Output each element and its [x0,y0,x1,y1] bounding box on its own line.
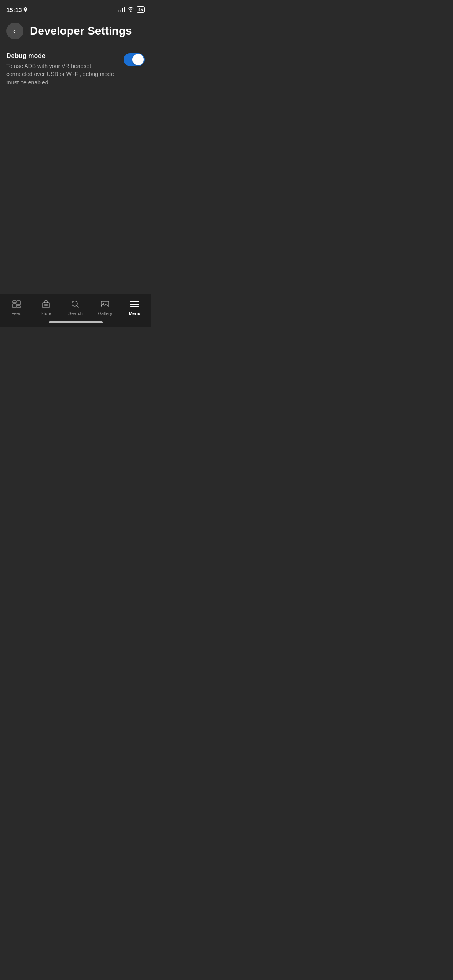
nav-item-search[interactable]: Search [63,297,87,319]
svg-rect-4 [43,303,49,308]
nav-item-store[interactable]: Store [34,297,58,319]
svg-rect-3 [17,306,20,308]
svg-line-7 [77,306,79,308]
search-label: Search [68,311,83,316]
signal-bars [118,7,125,12]
menu-label: Menu [129,311,141,316]
page-header: ‹ Developer Settings [0,18,151,47]
store-icon [41,299,51,309]
battery-box: 45 [137,6,145,13]
status-time: 15:13 [6,6,27,13]
feed-label: Feed [11,311,21,316]
status-right-icons: 45 [118,6,145,13]
svg-rect-0 [13,301,16,303]
page-title: Developer Settings [30,25,132,37]
feed-icon [11,299,22,309]
back-button[interactable]: ‹ [6,23,23,39]
bottom-nav: Feed Store Search [0,294,151,327]
gallery-label: Gallery [98,311,112,316]
nav-item-menu[interactable]: Menu [122,297,147,319]
svg-rect-5 [45,304,47,306]
toggle-thumb [132,54,144,65]
debug-mode-toggle[interactable] [124,53,145,66]
debug-mode-toggle-container[interactable] [124,53,145,66]
store-label: Store [41,311,51,316]
svg-rect-2 [17,301,20,305]
debug-mode-label: Debug mode [6,52,114,60]
search-icon [70,299,81,309]
wifi-icon [128,7,134,13]
settings-content: Debug mode To use ADB with your VR heads… [0,47,151,93]
nav-items-container: Feed Store Search [0,297,151,319]
menu-icon [129,299,140,309]
status-bar: 15:13 45 [0,0,151,18]
battery-indicator: 45 [137,6,145,13]
home-indicator-bar [49,321,103,323]
svg-rect-1 [13,304,16,308]
gallery-icon [100,299,110,309]
back-chevron-icon: ‹ [13,27,16,35]
debug-mode-text: Debug mode To use ADB with your VR heads… [6,52,124,86]
debug-mode-setting: Debug mode To use ADB with your VR heads… [6,47,145,93]
home-indicator [0,319,151,327]
svg-point-9 [103,303,104,304]
debug-mode-description: To use ADB with your VR headset connecte… [6,62,114,86]
location-icon [23,7,27,12]
nav-item-feed[interactable]: Feed [4,297,29,319]
nav-item-gallery[interactable]: Gallery [93,297,117,319]
hamburger-icon [130,301,139,307]
